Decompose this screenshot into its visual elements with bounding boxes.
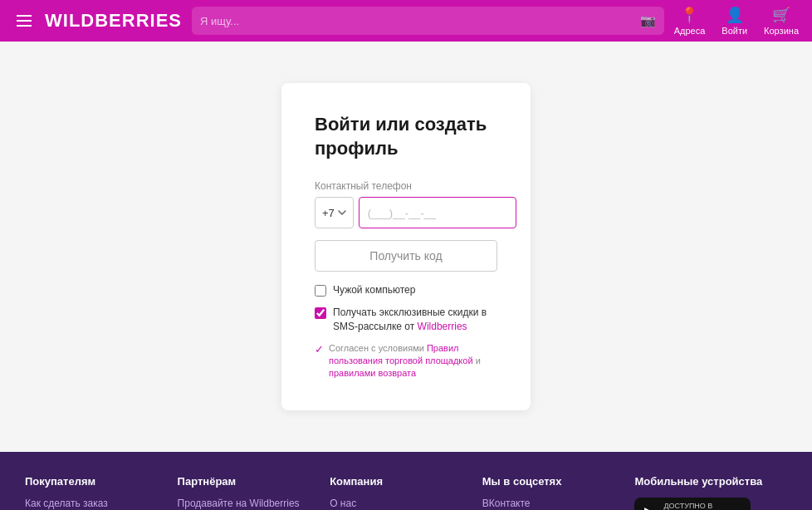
google-play-text: ДОСТУПНО В Google Play (663, 503, 726, 510)
sms-promo-label: Получать эксклюзивные скидки в SMS-рассы… (333, 306, 497, 334)
logo: WILDBERRIES (45, 10, 182, 32)
google-play-sub: ДОСТУПНО В (663, 503, 726, 510)
footer-link-about[interactable]: О нас (330, 498, 482, 509)
agree-link-return[interactable]: правилами возврата (329, 368, 416, 378)
agree-checkmark-icon: ✓ (315, 343, 324, 356)
search-input[interactable] (200, 15, 640, 27)
main-content: Войти или создать профиль Контактный тел… (0, 42, 812, 452)
phone-row: +7 (315, 197, 497, 228)
footer-col-partners: Партнёрам Продавайте на Wildberries Пере… (178, 475, 330, 510)
footer-link-vk[interactable]: ВКонтакте (482, 498, 635, 509)
login-nav[interactable]: 👤 Войти (722, 6, 747, 36)
location-icon: 📍 (680, 6, 698, 24)
foreign-computer-label: Чужой компьютер (333, 283, 415, 297)
footer-col-social: Мы в соцсетях ВКонтакте Facebook Twitter… (482, 475, 635, 510)
google-play-icon: ▶ (644, 503, 657, 510)
chevron-down-icon (338, 208, 346, 217)
sms-promo-row: Получать эксклюзивные скидки в SMS-рассы… (315, 306, 497, 334)
header: WILDBERRIES 📷 📍 Адреса 👤 Войти 🛒 Корзина (0, 0, 812, 42)
menu-button[interactable] (13, 12, 35, 30)
footer-col-social-title: Мы в соцсетях (482, 475, 635, 488)
footer-col-company: Компания О нас Реквизиты Пресс-центр Кон… (330, 475, 482, 510)
phone-label: Контактный телефон (315, 180, 497, 192)
agree-text: Согласен с условиями Правил пользования … (329, 342, 497, 380)
address-label: Адреса (674, 26, 706, 36)
header-actions: 📍 Адреса 👤 Войти 🛒 Корзина (674, 6, 799, 36)
google-play-button[interactable]: ▶ ДОСТУПНО В Google Play (634, 498, 751, 510)
footer-link-how-to-order[interactable]: Как сделать заказ (25, 498, 178, 509)
footer-col-mobile: Мобильные устройства ▶ ДОСТУПНО В Google… (634, 475, 787, 510)
get-code-button[interactable]: Получить код (315, 240, 497, 272)
sms-promo-checkbox[interactable] (315, 307, 326, 319)
country-code-select[interactable]: +7 (315, 197, 354, 228)
foreign-computer-checkbox[interactable] (315, 285, 326, 297)
footer-col-buyers: Покупателям Как сделать заказ Способы оп… (25, 475, 178, 510)
foreign-computer-row: Чужой компьютер (315, 283, 497, 297)
camera-icon: 📷 (640, 13, 656, 28)
login-card: Войти или создать профиль Контактный тел… (281, 83, 531, 410)
address-nav[interactable]: 📍 Адреса (674, 6, 706, 36)
footer-col-partners-title: Партнёрам (178, 475, 330, 488)
login-label: Войти (722, 26, 747, 36)
footer: Покупателям Как сделать заказ Способы оп… (0, 452, 812, 510)
search-bar[interactable]: 📷 (192, 7, 664, 35)
footer-col-company-title: Компания (330, 475, 482, 488)
cart-nav[interactable]: 🛒 Корзина (764, 6, 799, 36)
country-code-value: +7 (322, 207, 335, 219)
agree-row: ✓ Согласен с условиями Правил пользовани… (315, 342, 497, 380)
footer-col-mobile-title: Мобильные устройства (634, 475, 787, 488)
phone-input[interactable] (359, 197, 516, 228)
cart-icon: 🛒 (772, 6, 790, 24)
footer-link-sell[interactable]: Продавайте на Wildberries (178, 498, 330, 509)
user-icon: 👤 (726, 6, 744, 24)
footer-col-buyers-title: Покупателям (25, 475, 178, 488)
login-title: Войти или создать профиль (315, 113, 497, 160)
cart-label: Корзина (764, 26, 799, 36)
